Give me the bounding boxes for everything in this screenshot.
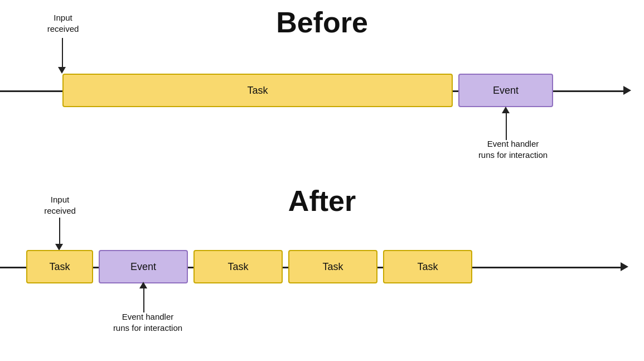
before-title: Before xyxy=(0,6,644,39)
after-timeline-right xyxy=(472,267,623,268)
after-task-box-1: Task xyxy=(26,250,93,283)
before-task-box: Task xyxy=(62,74,453,107)
before-input-received-label: Inputreceived xyxy=(38,12,88,34)
before-event-box: Event xyxy=(458,74,553,107)
diagram-container: Before Inputreceived Task Event Event ha… xyxy=(0,0,644,361)
before-input-arrow-line xyxy=(62,38,63,69)
after-connector-2 xyxy=(188,267,193,268)
before-event-handler-label: Event handlerruns for interaction xyxy=(468,138,558,160)
after-title: After xyxy=(0,184,644,218)
after-input-arrow-line xyxy=(59,218,60,246)
before-timeline-mid xyxy=(453,90,458,92)
after-arrow-right xyxy=(621,262,628,271)
after-event-box: Event xyxy=(99,250,188,283)
before-event-handler-arrow-head xyxy=(502,107,510,113)
after-event-handler-arrow-head xyxy=(139,282,147,288)
before-event-handler-arrow-line xyxy=(506,109,507,140)
after-task-box-2: Task xyxy=(193,250,283,283)
after-event-handler-label: Event handlerruns for interaction xyxy=(103,311,192,333)
before-arrow-right xyxy=(623,86,631,95)
after-connector-1 xyxy=(93,267,99,268)
after-event-handler-arrow-line xyxy=(143,285,144,312)
after-task-box-4: Task xyxy=(383,250,472,283)
after-task-box-3: Task xyxy=(288,250,377,283)
after-input-received-label: Inputreceived xyxy=(33,194,86,216)
after-connector-3 xyxy=(283,267,288,268)
before-timeline-left xyxy=(0,90,62,92)
before-timeline-right xyxy=(553,90,626,92)
after-connector-4 xyxy=(377,267,383,268)
before-input-arrow-head xyxy=(58,67,66,74)
after-timeline-left xyxy=(0,267,26,268)
